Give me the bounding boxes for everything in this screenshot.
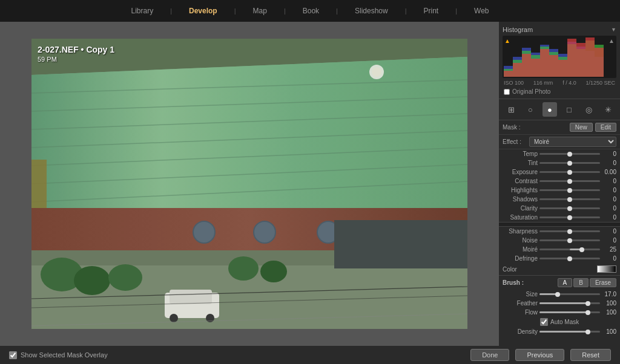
slider-shadows-value: 0 bbox=[602, 196, 616, 203]
slider-size-track[interactable] bbox=[539, 293, 600, 295]
nav-map[interactable]: Map bbox=[248, 4, 272, 18]
nav-print[interactable]: Print bbox=[419, 4, 444, 18]
slider-moire-value: 25 bbox=[602, 246, 616, 253]
bottom-bar: Show Selected Mask Overlay Done Previous… bbox=[0, 346, 620, 364]
slider-highlights-label: Highlights bbox=[503, 187, 538, 193]
slider-noise-label: Noise bbox=[503, 237, 538, 244]
mask-edit-button[interactable]: Edit bbox=[595, 123, 616, 132]
slider-clarity-value: 0 bbox=[602, 205, 616, 212]
slider-row-clarity: Clarity 0 bbox=[499, 204, 620, 213]
previous-button[interactable]: Previous bbox=[515, 349, 564, 361]
slider-row-noise: Noise 0 bbox=[499, 236, 620, 245]
brush-tab-erase[interactable]: Erase bbox=[590, 278, 616, 287]
slider-shadows-track[interactable] bbox=[539, 198, 600, 200]
slider-row-defringe: Defringe 0 bbox=[499, 254, 620, 263]
reset-button[interactable]: Reset bbox=[570, 349, 611, 361]
clipping-warning-left: ▲ bbox=[504, 37, 510, 44]
nav-slideshow[interactable]: Slideshow bbox=[350, 4, 393, 18]
exif-focal: 116 mm bbox=[533, 80, 553, 86]
slider-shadows-label: Shadows bbox=[503, 196, 538, 203]
svg-rect-62 bbox=[558, 60, 567, 77]
slider-contrast-track[interactable] bbox=[539, 180, 600, 182]
swatch-box[interactable] bbox=[597, 265, 616, 273]
slider-tint-thumb[interactable] bbox=[567, 161, 572, 166]
slider-defringe-thumb[interactable] bbox=[567, 256, 572, 261]
effect-select[interactable]: Moiré bbox=[529, 137, 616, 147]
exif-shutter: 1/1250 SEC bbox=[585, 80, 615, 86]
mask-label: Mask : bbox=[503, 124, 520, 131]
slider-sharpness-value: 0 bbox=[602, 228, 616, 235]
slider-contrast-thumb[interactable] bbox=[567, 179, 572, 184]
slider-sharpness-track[interactable] bbox=[539, 230, 600, 232]
nav-develop[interactable]: Develop bbox=[184, 4, 222, 18]
brush-section-header: Brush : A B Erase bbox=[499, 275, 620, 290]
slider-noise-thumb[interactable] bbox=[567, 238, 572, 243]
slider-size-thumb[interactable] bbox=[555, 292, 560, 297]
brush-tab-b[interactable]: B bbox=[573, 278, 589, 287]
slider-clarity-thumb[interactable] bbox=[567, 206, 572, 211]
exif-iso: ISO 100 bbox=[504, 80, 524, 86]
slider-tint-label: Tint bbox=[503, 160, 538, 166]
histogram-chevron[interactable]: ▼ bbox=[611, 27, 616, 33]
slider-sharpness-label: Sharpness bbox=[503, 228, 538, 235]
radial-filter-icon[interactable]: ◎ bbox=[581, 102, 596, 117]
histogram-section: Histogram ▼ ▲ ▲ bbox=[499, 22, 620, 99]
nav-library[interactable]: Library bbox=[126, 4, 158, 18]
slider-exposure-thumb[interactable] bbox=[567, 170, 572, 175]
slider-noise-value: 0 bbox=[602, 237, 616, 244]
slider-contrast-label: Contrast bbox=[503, 178, 538, 184]
adjustment-brush-icon[interactable]: ● bbox=[542, 102, 557, 117]
slider-clarity-track[interactable] bbox=[539, 207, 600, 209]
slider-defringe-track[interactable] bbox=[539, 258, 600, 259]
slider-temp-thumb[interactable] bbox=[567, 152, 572, 157]
slider-defringe-label: Defringe bbox=[503, 255, 538, 262]
photo-filename: 2-027.NEF • Copy 1 bbox=[38, 45, 114, 54]
mask-row: Mask : New Edit bbox=[499, 120, 620, 135]
slider-feather-thumb[interactable] bbox=[585, 301, 590, 306]
slider-shadows-thumb[interactable] bbox=[567, 197, 572, 202]
slider-sharpness-thumb[interactable] bbox=[567, 229, 572, 234]
nav-web[interactable]: Web bbox=[469, 4, 493, 18]
slider-exposure-track[interactable] bbox=[539, 171, 600, 173]
mask-new-button[interactable]: New bbox=[570, 123, 593, 132]
photo-area: 2-027.NEF • Copy 1 59 PM bbox=[0, 22, 499, 346]
show-mask-checkbox[interactable] bbox=[9, 351, 17, 359]
grid-tool-icon[interactable]: ⊞ bbox=[504, 102, 518, 117]
red-eye-icon[interactable]: ✳ bbox=[601, 102, 615, 117]
nav-book[interactable]: Book bbox=[298, 4, 324, 18]
color-swatch[interactable] bbox=[597, 265, 616, 273]
slider-temp-track[interactable] bbox=[539, 153, 600, 155]
brush-tab-a[interactable]: A bbox=[558, 278, 573, 287]
slider-highlights-value: 0 bbox=[602, 187, 616, 193]
slider-size-value: 17.0 bbox=[602, 291, 616, 297]
section-divider-1 bbox=[499, 222, 620, 227]
auto-mask-checkbox[interactable] bbox=[540, 318, 548, 326]
slider-tint-track[interactable] bbox=[539, 162, 600, 164]
slider-density-thumb[interactable] bbox=[585, 330, 590, 334]
slider-flow-track[interactable] bbox=[539, 311, 600, 313]
right-panel: Histogram ▼ ▲ ▲ bbox=[499, 22, 620, 346]
original-photo-checkbox[interactable] bbox=[504, 89, 510, 95]
slider-row-moire: Moiré 25 bbox=[499, 245, 620, 254]
slider-exposure-value: 0.00 bbox=[602, 169, 616, 175]
slider-row-sharpness: Sharpness 0 bbox=[499, 227, 620, 236]
slider-highlights-thumb[interactable] bbox=[567, 188, 572, 193]
slider-moire-thumb[interactable] bbox=[579, 247, 584, 252]
spot-removal-icon[interactable]: ○ bbox=[523, 102, 538, 117]
slider-density-track[interactable] bbox=[539, 331, 600, 333]
slider-highlights-track[interactable] bbox=[539, 189, 600, 191]
slider-moire-track[interactable] bbox=[539, 249, 600, 250]
svg-rect-65 bbox=[585, 37, 595, 77]
effect-label: Effect : bbox=[503, 138, 527, 145]
slider-saturation-thumb[interactable] bbox=[567, 215, 572, 220]
original-photo-label: Original Photo bbox=[512, 88, 550, 95]
slider-exposure-label: Exposure bbox=[503, 169, 538, 175]
slider-feather-track[interactable] bbox=[539, 302, 600, 304]
slider-saturation-track[interactable] bbox=[539, 216, 600, 218]
slider-flow-thumb[interactable] bbox=[585, 310, 590, 315]
graduated-filter-icon[interactable]: □ bbox=[562, 102, 576, 117]
slider-noise-track[interactable] bbox=[539, 239, 600, 241]
done-button[interactable]: Done bbox=[470, 349, 509, 361]
slider-row-shadows: Shadows 0 bbox=[499, 195, 620, 204]
slider-saturation-value: 0 bbox=[602, 214, 616, 221]
